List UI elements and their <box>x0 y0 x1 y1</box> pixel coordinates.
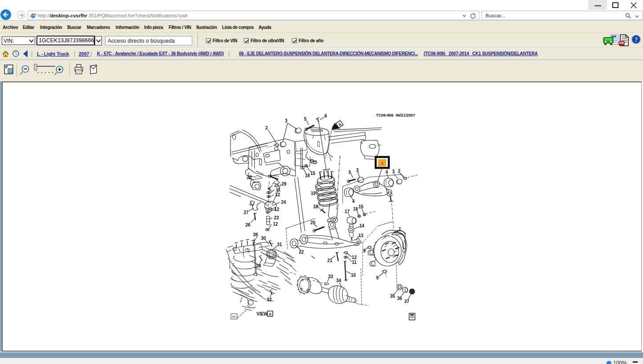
svg-text:15: 15 <box>358 204 364 209</box>
svg-text:bs: bs <box>232 315 236 319</box>
svg-text:11: 11 <box>276 187 281 192</box>
svg-text:35: 35 <box>390 294 395 299</box>
svg-text:11: 11 <box>352 260 357 265</box>
svg-text:37: 37 <box>404 299 409 304</box>
svg-text:4: 4 <box>352 199 355 204</box>
svg-text:8: 8 <box>363 248 366 253</box>
svg-text:14: 14 <box>359 223 364 228</box>
svg-text:15: 15 <box>310 171 315 176</box>
svg-text:12: 12 <box>274 207 279 212</box>
svg-text:3: 3 <box>285 118 287 123</box>
svg-text:39: 39 <box>253 232 258 237</box>
svg-text:16: 16 <box>305 173 310 178</box>
svg-text:27: 27 <box>243 210 249 215</box>
svg-text:29: 29 <box>281 182 287 186</box>
svg-text:2: 2 <box>265 125 268 130</box>
svg-text:1: 1 <box>381 161 383 166</box>
svg-text:28: 28 <box>247 175 252 180</box>
svg-text:VIEW: VIEW <box>256 311 268 316</box>
svg-text:5: 5 <box>304 117 307 121</box>
svg-text:34: 34 <box>336 278 341 283</box>
svg-text:12: 12 <box>352 255 357 260</box>
svg-text:7: 7 <box>398 227 401 232</box>
svg-text:18: 18 <box>313 204 318 209</box>
svg-text:22: 22 <box>299 250 304 255</box>
svg-text:31: 31 <box>277 242 282 247</box>
svg-text:38: 38 <box>256 263 261 268</box>
svg-text:24: 24 <box>281 200 286 205</box>
svg-text:3: 3 <box>392 169 395 174</box>
svg-text:9: 9 <box>376 275 379 280</box>
svg-text:26: 26 <box>245 222 251 227</box>
svg-text:5: 5 <box>348 170 351 175</box>
svg-text:36: 36 <box>397 296 402 301</box>
svg-text:19: 19 <box>311 191 316 196</box>
svg-text:32: 32 <box>267 297 272 302</box>
svg-text:TC06-906 06/21/2007: TC06-906 06/21/2007 <box>376 113 415 117</box>
svg-text:13: 13 <box>358 233 364 238</box>
svg-text:6: 6 <box>324 113 327 118</box>
svg-text:30: 30 <box>261 236 266 241</box>
svg-text:4: 4 <box>385 170 388 174</box>
svg-text:A: A <box>269 312 271 316</box>
svg-text:16: 16 <box>353 206 358 211</box>
svg-text:12: 12 <box>275 192 280 197</box>
svg-text:17: 17 <box>344 209 350 214</box>
svg-text:10: 10 <box>351 273 356 278</box>
svg-text:3: 3 <box>356 168 359 173</box>
svg-text:23: 23 <box>274 215 279 220</box>
svg-text:33: 33 <box>328 274 333 279</box>
svg-text:2: 2 <box>398 169 400 174</box>
svg-text:21: 21 <box>327 258 332 263</box>
svg-text:12: 12 <box>273 222 278 226</box>
svg-text:20: 20 <box>310 220 315 225</box>
